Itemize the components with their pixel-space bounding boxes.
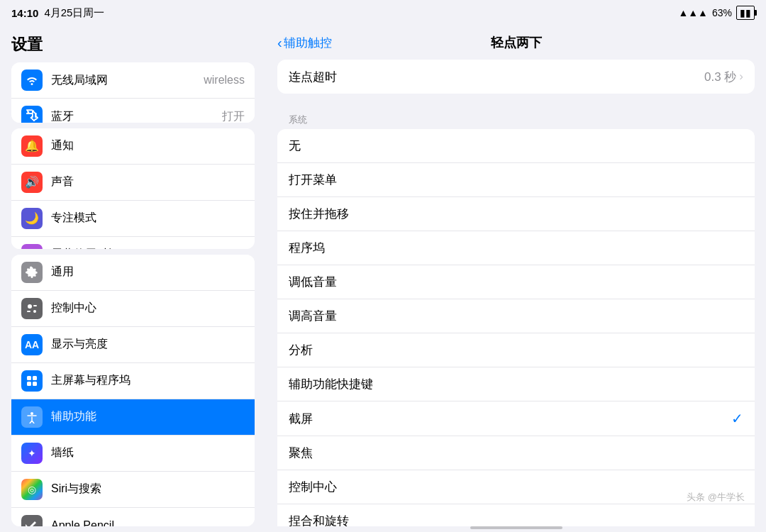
applepencil-icon bbox=[21, 515, 43, 526]
bottom-bar bbox=[266, 526, 766, 532]
siri-label: Siri与搜索 bbox=[51, 482, 245, 497]
right-panel: ‹ 辅助触控 轻点两下 连点超时 0.3 秒 › 系统 无打开菜 bbox=[266, 26, 766, 532]
sidebar-item-siri[interactable]: ◎ Siri与搜索 bbox=[11, 472, 255, 508]
battery-icon: ▮▮ bbox=[736, 6, 755, 20]
sidebar-group-system: 🔔 通知 🔊 声音 🌙 专注模式 ⏱ 屏幕使用时间 bbox=[11, 128, 255, 249]
sidebar-group-settings: 通用 控制中心 AA 显示与亮度 bbox=[11, 255, 255, 526]
wifi-icon bbox=[21, 70, 43, 91]
wallpaper-label: 墙纸 bbox=[51, 445, 245, 460]
control-icon bbox=[21, 298, 43, 319]
menu-item-label: 调低音量 bbox=[289, 274, 743, 290]
home-indicator bbox=[470, 526, 562, 529]
sidebar-item-general[interactable]: 通用 bbox=[11, 255, 255, 291]
notifications-label: 通知 bbox=[51, 138, 245, 153]
bluetooth-icon: ⮷ bbox=[21, 106, 43, 123]
menu-item-label: 捏合和旋转 bbox=[289, 513, 743, 526]
sidebar-item-accessibility[interactable]: 辅助功能 bbox=[11, 399, 255, 436]
status-icons: ▲▲▲ 63% ▮▮ bbox=[678, 6, 755, 20]
sidebar-item-sounds[interactable]: 🔊 声音 bbox=[11, 165, 255, 201]
menu-item-label: 打开菜单 bbox=[289, 172, 743, 188]
menu-item-label: 按住并拖移 bbox=[289, 206, 743, 222]
sidebar-item-homescreen[interactable]: 主屏幕与程序坞 bbox=[11, 363, 255, 399]
chevron-left-icon: ‹ bbox=[277, 35, 282, 51]
content-area: 连点超时 0.3 秒 › 系统 无打开菜单按住并拖移程序坞调低音量调高音量分析辅… bbox=[266, 60, 766, 526]
applepencil-label: Apple Pencil bbox=[51, 519, 245, 526]
menu-item-label: 分析 bbox=[289, 342, 743, 358]
display-icon: AA bbox=[21, 334, 43, 355]
menu-item-row[interactable]: 打开菜单 bbox=[277, 163, 755, 197]
siri-icon: ◎ bbox=[21, 479, 43, 500]
menu-item-row[interactable]: 分析 bbox=[277, 333, 755, 367]
timeout-value-text: 0.3 秒 bbox=[704, 69, 736, 85]
timeout-label: 连点超时 bbox=[289, 69, 704, 85]
sidebar-item-bluetooth[interactable]: ⮷ 蓝牙 打开 bbox=[11, 99, 255, 123]
menu-item-row[interactable]: 按住并拖移 bbox=[277, 197, 755, 231]
nav-back-button[interactable]: ‹ 辅助触控 bbox=[277, 35, 332, 51]
svg-rect-10 bbox=[26, 522, 29, 526]
wifi-icon: ▲▲▲ bbox=[678, 7, 708, 18]
notifications-icon: 🔔 bbox=[21, 135, 43, 157]
menu-item-label: 截屏 bbox=[289, 411, 731, 427]
timeout-value: 0.3 秒 › bbox=[704, 69, 743, 85]
homescreen-label: 主屏幕与程序坞 bbox=[51, 373, 245, 388]
sidebar-item-focus[interactable]: 🌙 专注模式 bbox=[11, 201, 255, 237]
status-time: 14:10 bbox=[11, 7, 38, 19]
svg-rect-6 bbox=[33, 376, 37, 380]
timeout-group: 连点超时 0.3 秒 › bbox=[277, 60, 755, 94]
menu-item-row[interactable]: 调低音量 bbox=[277, 265, 755, 299]
battery-percentage: 63% bbox=[712, 7, 732, 18]
homescreen-icon bbox=[21, 370, 43, 392]
sidebar-title: 设置 bbox=[0, 26, 266, 62]
nav-back-label: 辅助触控 bbox=[284, 35, 332, 51]
wallpaper-icon: ✦ bbox=[21, 443, 43, 464]
sidebar-item-screentime[interactable]: ⏱ 屏幕使用时间 bbox=[11, 237, 255, 249]
nav-header: ‹ 辅助触控 轻点两下 bbox=[266, 26, 766, 60]
checkmark-icon: ✓ bbox=[731, 410, 743, 427]
focus-label: 专注模式 bbox=[51, 211, 245, 226]
accessibility-label: 辅助功能 bbox=[51, 409, 245, 424]
sidebar-item-control[interactable]: 控制中心 bbox=[11, 291, 255, 327]
menu-items-group: 无打开菜单按住并拖移程序坞调低音量调高音量分析辅助功能快捷键截屏✓聚焦控制中心捏… bbox=[277, 129, 755, 526]
focus-icon: 🌙 bbox=[21, 208, 43, 229]
general-icon bbox=[21, 262, 43, 283]
bluetooth-label: 蓝牙 bbox=[51, 109, 222, 123]
sidebar-item-display[interactable]: AA 显示与亮度 bbox=[11, 327, 255, 363]
nav-title: 轻点两下 bbox=[491, 34, 542, 51]
sidebar: 设置 无线局域网 wireless ⮷ 蓝牙 打开 🔔 bbox=[0, 26, 266, 532]
system-section-label: 系统 bbox=[277, 108, 755, 129]
sidebar-item-applepencil[interactable]: Apple Pencil bbox=[11, 508, 255, 526]
svg-rect-3 bbox=[33, 305, 37, 306]
svg-point-9 bbox=[30, 412, 33, 415]
menu-item-label: 聚焦 bbox=[289, 445, 743, 461]
menu-item-row[interactable]: 程序坞 bbox=[277, 231, 755, 265]
menu-item-row[interactable]: 截屏✓ bbox=[277, 401, 755, 436]
sidebar-group-connectivity: 无线局域网 wireless ⮷ 蓝牙 打开 bbox=[11, 62, 255, 123]
timeout-chevron-icon: › bbox=[739, 70, 743, 84]
menu-item-row[interactable]: 调高音量 bbox=[277, 299, 755, 333]
main-container: 设置 无线局域网 wireless ⮷ 蓝牙 打开 🔔 bbox=[0, 26, 766, 532]
menu-item-row[interactable]: 辅助功能快捷键 bbox=[277, 367, 755, 401]
wifi-value: wireless bbox=[204, 74, 245, 87]
svg-rect-5 bbox=[27, 376, 31, 380]
sidebar-item-notifications[interactable]: 🔔 通知 bbox=[11, 128, 255, 165]
sidebar-item-wallpaper[interactable]: ✦ 墙纸 bbox=[11, 436, 255, 472]
general-label: 通用 bbox=[51, 265, 245, 279]
screentime-label: 屏幕使用时间 bbox=[51, 247, 245, 248]
sounds-label: 声音 bbox=[51, 174, 245, 189]
svg-rect-8 bbox=[33, 382, 37, 386]
control-label: 控制中心 bbox=[51, 301, 245, 316]
menu-item-row[interactable]: 捏合和旋转 bbox=[277, 504, 755, 526]
menu-item-row[interactable]: 控制中心 bbox=[277, 470, 755, 504]
svg-point-2 bbox=[33, 310, 36, 313]
menu-item-label: 无 bbox=[289, 138, 743, 154]
menu-item-label: 调高音量 bbox=[289, 308, 743, 324]
accessibility-icon bbox=[21, 406, 43, 428]
timeout-row[interactable]: 连点超时 0.3 秒 › bbox=[277, 60, 755, 94]
menu-item-label: 控制中心 bbox=[289, 479, 743, 495]
menu-item-row[interactable]: 无 bbox=[277, 129, 755, 163]
svg-rect-7 bbox=[27, 382, 31, 386]
sounds-icon: 🔊 bbox=[21, 172, 43, 193]
sidebar-item-wifi[interactable]: 无线局域网 wireless bbox=[11, 62, 255, 99]
status-date: 4月25日周一 bbox=[44, 6, 104, 20]
menu-item-row[interactable]: 聚焦 bbox=[277, 436, 755, 470]
